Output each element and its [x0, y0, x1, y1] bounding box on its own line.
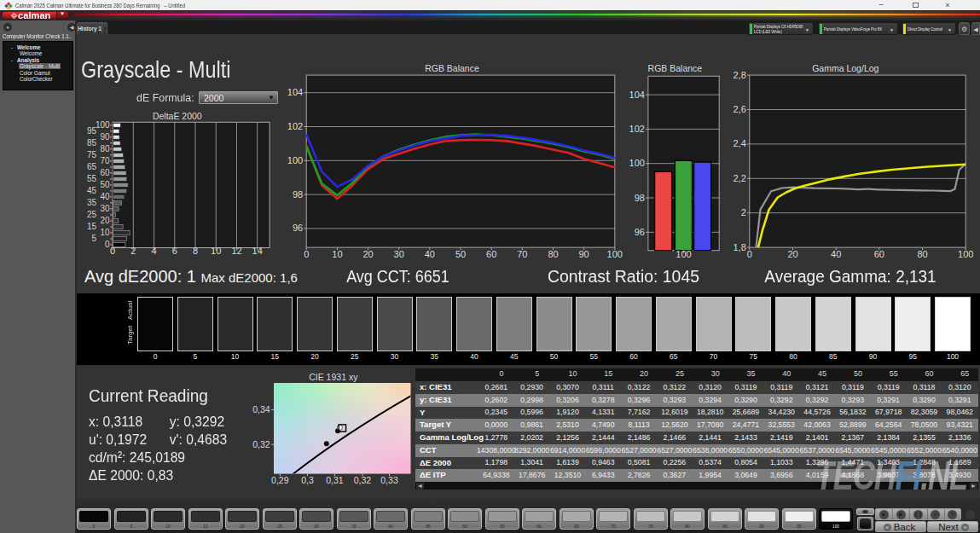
svg-text:85: 85: [87, 138, 97, 148]
svg-text:102: 102: [287, 121, 303, 131]
svg-text:98: 98: [293, 189, 303, 200]
svg-text:40: 40: [100, 192, 110, 201]
svg-text:0,3: 0,3: [301, 475, 314, 485]
svg-text:20: 20: [362, 249, 373, 259]
svg-text:12: 12: [231, 246, 241, 256]
svg-text:100: 100: [958, 249, 973, 259]
svg-text:10: 10: [211, 246, 221, 256]
svg-text:2,6: 2,6: [734, 104, 746, 114]
svg-text:2,4: 2,4: [734, 138, 746, 148]
svg-text:104: 104: [287, 87, 303, 97]
svg-text:104: 104: [629, 90, 645, 100]
svg-text:60: 60: [100, 168, 110, 177]
svg-text:90: 90: [578, 249, 589, 259]
svg-text:6: 6: [172, 246, 177, 256]
svg-text:70: 70: [517, 249, 527, 259]
svg-text:20: 20: [100, 216, 110, 225]
svg-text:75: 75: [87, 150, 97, 159]
svg-text:96: 96: [635, 227, 645, 237]
svg-text:80: 80: [917, 249, 927, 259]
svg-text:70: 70: [100, 156, 110, 165]
svg-text:8: 8: [193, 246, 198, 256]
svg-text:10: 10: [100, 228, 110, 237]
svg-text:0,32: 0,32: [354, 475, 372, 485]
svg-text:96: 96: [293, 223, 303, 233]
svg-text:100: 100: [629, 158, 645, 168]
svg-text:DeltaE 2000: DeltaE 2000: [153, 111, 202, 121]
svg-text:1,8: 1,8: [734, 242, 746, 252]
svg-text:30: 30: [100, 204, 110, 213]
svg-text:0,29: 0,29: [271, 475, 289, 485]
svg-text:50: 50: [455, 249, 466, 259]
svg-text:35: 35: [87, 198, 97, 207]
svg-text:2: 2: [130, 246, 136, 256]
svg-text:0: 0: [747, 249, 752, 259]
svg-text:80: 80: [100, 144, 110, 154]
svg-text:0,32: 0,32: [252, 439, 270, 449]
svg-text:0,33: 0,33: [380, 475, 398, 485]
svg-text:100: 100: [96, 120, 110, 130]
svg-text:Gamma Log/Log: Gamma Log/Log: [812, 63, 879, 73]
svg-text:RGB Balance: RGB Balance: [648, 63, 703, 73]
svg-text:90: 90: [100, 132, 110, 142]
svg-text:0: 0: [110, 246, 115, 256]
svg-text:0,34: 0,34: [252, 404, 270, 414]
svg-text:20: 20: [787, 249, 797, 259]
svg-text:4: 4: [152, 246, 157, 256]
svg-text:14: 14: [252, 246, 263, 256]
svg-text:100: 100: [287, 155, 303, 165]
svg-text:98: 98: [635, 193, 645, 203]
svg-text:40: 40: [425, 249, 435, 259]
svg-text:5: 5: [92, 234, 97, 243]
svg-text:2,8: 2,8: [734, 70, 746, 80]
svg-text:15: 15: [87, 222, 97, 231]
svg-text:30: 30: [394, 249, 404, 259]
svg-text:40: 40: [831, 249, 841, 259]
svg-text:0: 0: [304, 249, 309, 259]
svg-text:2: 2: [741, 207, 746, 217]
svg-text:55: 55: [87, 174, 97, 183]
svg-text:100: 100: [676, 249, 691, 259]
svg-text:25: 25: [87, 210, 97, 219]
svg-text:50: 50: [100, 180, 110, 189]
svg-text:60: 60: [486, 249, 496, 259]
svg-text:0,31: 0,31: [326, 475, 344, 485]
svg-text:102: 102: [629, 124, 645, 134]
svg-text:0: 0: [105, 240, 110, 249]
svg-text:RGB Balance: RGB Balance: [425, 63, 479, 73]
svg-text:80: 80: [548, 249, 558, 259]
svg-text:10: 10: [332, 249, 342, 259]
svg-text:CIE 1931 xy: CIE 1931 xy: [309, 372, 358, 382]
svg-text:65: 65: [87, 162, 97, 171]
svg-text:45: 45: [87, 186, 97, 195]
svg-text:2,2: 2,2: [734, 173, 746, 183]
svg-text:60: 60: [874, 249, 884, 259]
